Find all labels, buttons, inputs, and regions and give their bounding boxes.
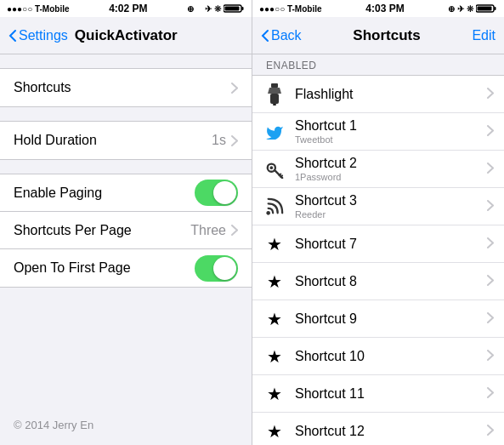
flashlight-text: Flashlight: [295, 86, 487, 102]
enabled-header: ENABLED: [252, 54, 504, 75]
flashlight-title: Flashlight: [295, 86, 487, 102]
star11-icon: ★: [263, 382, 286, 406]
shortcuts-row[interactable]: Shortcuts: [0, 69, 252, 106]
svg-text:⊕: ⊕: [187, 4, 194, 14]
svg-line-14: [280, 174, 281, 175]
left-status-bar: ●●●○○ T-Mobile 4:02 PM ⊕ ✈ ❊: [0, 0, 252, 17]
shortcut11-row[interactable]: ★ Shortcut 11: [252, 375, 504, 413]
shortcut1-subtitle: Tweetbot: [295, 134, 487, 145]
shortcut3-subtitle: Reeder: [295, 209, 487, 220]
shortcuts-per-page-chevron: [231, 225, 238, 236]
shortcut2-title: Shortcut 2: [295, 155, 487, 171]
shortcut12-chevron: [487, 424, 494, 439]
shortcuts-chevron: [231, 83, 238, 94]
shortcuts-row-right: [231, 83, 238, 94]
shortcuts-per-page-row[interactable]: Shortcuts Per Page Three: [0, 212, 252, 249]
enable-paging-row: Enable Paging: [0, 174, 252, 212]
hold-duration-row[interactable]: Hold Duration 1s: [0, 122, 252, 159]
left-back-button[interactable]: Settings: [8, 28, 68, 43]
right-panel: ●●●○○ T-Mobile 4:03 PM ⊕ ✈ ❊ Back Shortc…: [252, 0, 504, 445]
shortcut3-title: Shortcut 3: [295, 192, 487, 208]
shortcut11-chevron: [487, 386, 494, 402]
shortcut8-text: Shortcut 8: [295, 273, 487, 289]
shortcut9-chevron: [487, 311, 494, 327]
shortcut10-title: Shortcut 10: [295, 348, 487, 364]
enable-paging-label: Enable Paging: [14, 185, 102, 201]
shortcut7-chevron: [487, 237, 494, 252]
twitter-icon: [263, 120, 286, 144]
right-back-button[interactable]: Back: [261, 28, 302, 43]
right-back-label: Back: [271, 28, 302, 43]
right-time: 4:03 PM: [365, 3, 404, 14]
shortcuts-label: Shortcuts: [14, 80, 71, 95]
shortcut2-text: Shortcut 2 1Password: [295, 155, 487, 182]
svg-rect-9: [270, 94, 279, 104]
right-status-bar: ●●●○○ T-Mobile 4:03 PM ⊕ ✈ ❊: [252, 0, 504, 17]
shortcut9-title: Shortcut 9: [295, 311, 487, 327]
shortcut10-chevron: [487, 349, 494, 364]
shortcut11-text: Shortcut 11: [295, 385, 487, 402]
right-nav-bar: Back Shortcuts Edit: [252, 17, 504, 54]
left-nav-bar: Settings QuickActivator: [0, 17, 252, 54]
star9-icon: ★: [263, 307, 286, 331]
enable-paging-toggle[interactable]: [195, 180, 238, 206]
flashlight-icon: [263, 83, 286, 106]
hold-duration-value: 1s: [212, 133, 226, 148]
shortcut12-row[interactable]: ★ Shortcut 12: [252, 413, 504, 445]
svg-line-15: [280, 175, 282, 177]
shortcuts-per-page-label: Shortcuts Per Page: [14, 223, 132, 238]
flashlight-row[interactable]: Flashlight: [252, 76, 504, 113]
shortcut12-text: Shortcut 12: [295, 423, 487, 439]
shortcut3-chevron: [487, 199, 494, 214]
shortcut8-row[interactable]: ★ Shortcut 8: [252, 263, 504, 300]
shortcut7-row[interactable]: ★ Shortcut 7: [252, 225, 504, 263]
right-signal: ●●●○○ T-Mobile: [259, 4, 322, 14]
open-to-first-toggle[interactable]: [195, 255, 238, 282]
svg-point-12: [270, 166, 274, 169]
right-battery-icons: ⊕ ✈ ❊: [448, 3, 497, 14]
shortcut7-title: Shortcut 7: [295, 236, 487, 252]
shortcut1-row[interactable]: Shortcut 1 Tweetbot: [252, 113, 504, 151]
paging-group: Enable Paging Shortcuts Per Page Three O…: [0, 174, 252, 288]
svg-rect-2: [241, 7, 243, 10]
svg-rect-7: [271, 83, 278, 88]
hold-duration-group: Hold Duration 1s: [0, 121, 252, 160]
svg-marker-8: [268, 88, 281, 94]
shortcut7-text: Shortcut 7: [295, 236, 487, 252]
hold-duration-chevron: [231, 135, 238, 146]
shortcut10-row[interactable]: ★ Shortcut 10: [252, 338, 504, 375]
left-nav-title: QuickActivator: [75, 27, 178, 44]
shortcut9-text: Shortcut 9: [295, 311, 487, 327]
enable-paging-knob: [213, 181, 236, 204]
shortcut8-title: Shortcut 8: [295, 273, 487, 289]
star8-icon: ★: [263, 270, 286, 294]
svg-rect-5: [494, 7, 496, 10]
shortcuts-group: Shortcuts: [0, 68, 252, 107]
key-icon: [263, 157, 286, 181]
edit-button[interactable]: Edit: [472, 28, 496, 43]
hold-duration-right: 1s: [212, 133, 238, 148]
flashlight-chevron: [487, 87, 494, 102]
left-signal: ●●●○○ T-Mobile: [7, 4, 70, 14]
svg-rect-10: [273, 104, 276, 106]
rss-icon: [263, 195, 286, 219]
left-time: 4:02 PM: [109, 3, 147, 14]
shortcut2-row[interactable]: Shortcut 2 1Password: [252, 151, 504, 188]
shortcut8-chevron: [487, 274, 494, 289]
left-battery-icons: ⊕ ✈ ❊: [187, 3, 245, 14]
shortcut1-chevron: [487, 124, 494, 140]
left-panel: ●●●○○ T-Mobile 4:02 PM ⊕ ✈ ❊ Settings Qu…: [0, 0, 252, 445]
shortcut3-row[interactable]: Shortcut 3 Reeder: [252, 188, 504, 225]
svg-rect-6: [477, 7, 491, 11]
shortcut2-chevron: [487, 162, 494, 177]
left-back-label: Settings: [19, 28, 68, 43]
svg-point-16: [266, 211, 270, 215]
enabled-list-group: Flashlight Shortcut 1 Tweetbot: [252, 75, 504, 445]
hold-duration-label: Hold Duration: [14, 133, 97, 148]
shortcut9-row[interactable]: ★ Shortcut 9: [252, 300, 504, 338]
shortcuts-per-page-right: Three: [190, 223, 238, 238]
shortcuts-per-page-value: Three: [190, 223, 226, 238]
shortcut2-subtitle: 1Password: [295, 172, 487, 183]
shortcut1-title: Shortcut 1: [295, 117, 487, 134]
shortcut1-text: Shortcut 1 Tweetbot: [295, 117, 487, 145]
